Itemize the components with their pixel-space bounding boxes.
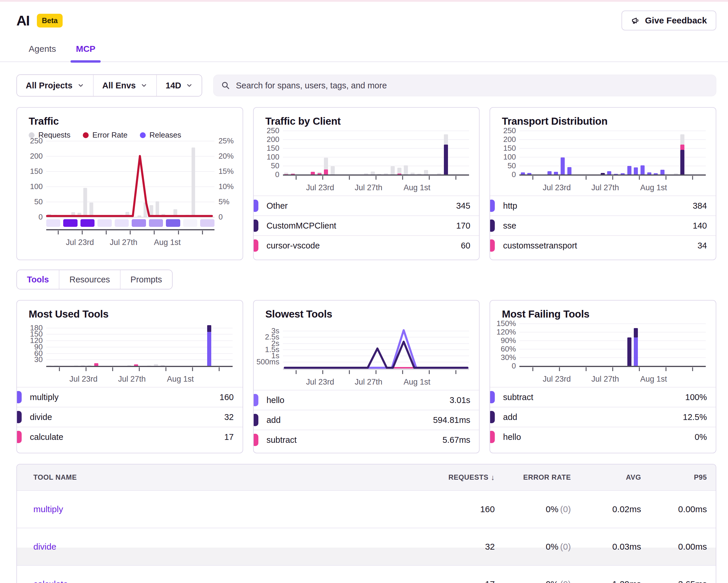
- table-row[interactable]: calculate170%(0)1.29ms3.65ms: [17, 565, 716, 583]
- legend-item[interactable]: subtract5.67ms: [254, 430, 479, 450]
- client-chart: 250200150100500 Jul 23rdJul 27thAug 1st: [254, 130, 479, 194]
- col-avg[interactable]: AVG: [626, 473, 641, 481]
- legend-item[interactable]: subtract100%: [490, 387, 716, 407]
- y-axis-tick-label: 500ms: [257, 357, 280, 366]
- release-segment[interactable]: [63, 219, 77, 227]
- y-axis-tick-label: 200: [30, 152, 43, 161]
- release-segment[interactable]: [132, 219, 146, 227]
- legend-list: Other345CustomMCPClient170cursor-vscode6…: [254, 196, 479, 255]
- tool-name-link[interactable]: multiply: [33, 504, 424, 514]
- legend-item[interactable]: http384: [490, 196, 716, 216]
- search-input[interactable]: [235, 80, 708, 91]
- legend-item[interactable]: hello0%: [490, 427, 716, 447]
- tool-name-link[interactable]: divide: [33, 542, 424, 552]
- plot-stack: Jul 23rdJul 27thAug 1st: [283, 323, 469, 388]
- release-segment[interactable]: [46, 219, 60, 227]
- bar-segment: [627, 166, 631, 174]
- tool-name-link[interactable]: calculate: [33, 579, 424, 583]
- release-segment[interactable]: [115, 219, 129, 227]
- chart-plot[interactable]: [46, 323, 233, 366]
- y-axis-left: 250200150100500: [254, 130, 283, 174]
- x-axis-label: Aug 1st: [404, 378, 431, 387]
- bar-segment: [641, 166, 645, 174]
- x-axis-labels: Jul 23rdJul 27thAug 1st: [283, 375, 469, 388]
- y-axis-left: 180150120906030: [17, 323, 46, 366]
- error-rate-value: 0%(0): [546, 504, 571, 514]
- y-axis-tick-label: 0: [512, 361, 516, 371]
- x-axis-tick: [59, 367, 60, 371]
- avg-value: 1.29ms: [613, 579, 641, 583]
- give-feedback-button[interactable]: Give Feedback: [622, 10, 716, 30]
- tab-tools[interactable]: Tools: [17, 270, 59, 289]
- avg-value: 0.02ms: [613, 504, 641, 514]
- legend-value: 384: [693, 201, 707, 211]
- bar-segment: [331, 166, 335, 174]
- x-axis: [46, 229, 214, 234]
- y-axis-tick-label: 150: [30, 167, 43, 176]
- y-axis-tick-label: 50: [271, 161, 280, 170]
- table-body: multiply1600%(0)0.02ms0.00msdivide320%(0…: [17, 490, 716, 583]
- legend-swatch: [253, 220, 258, 232]
- chart-plot[interactable]: [46, 141, 214, 218]
- line-series: [46, 141, 214, 217]
- table-row[interactable]: divide320%(0)0.03ms0.00ms: [17, 528, 716, 565]
- release-segment[interactable]: [200, 219, 214, 227]
- release-segment[interactable]: [98, 219, 111, 227]
- table-header: TOOL NAME REQUESTS ↓ ERROR RATE AVG P95: [17, 464, 716, 490]
- release-segment[interactable]: [149, 219, 163, 227]
- legend-item[interactable]: cursor-vscode60: [254, 235, 479, 255]
- legend-item[interactable]: Other345: [254, 196, 479, 216]
- release-segment[interactable]: [80, 219, 95, 227]
- release-segment[interactable]: [183, 219, 197, 227]
- col-p95[interactable]: P95: [694, 473, 707, 481]
- gridline: [519, 357, 706, 358]
- table-row[interactable]: multiply1600%(0)0.02ms0.00ms: [17, 490, 716, 528]
- tab-prompts[interactable]: Prompts: [120, 270, 172, 289]
- x-axis-tick: [402, 176, 403, 180]
- legend-item[interactable]: sse140: [490, 216, 716, 235]
- section-tabs: Tools Resources Prompts: [17, 270, 173, 289]
- chart-plot[interactable]: [283, 323, 469, 370]
- legend-item[interactable]: customssetransport34: [490, 235, 716, 255]
- gridline: [46, 334, 233, 334]
- slowest-tools-card: Slowest Tools 3s2.5s2s1.5s1s500ms Jul 23…: [253, 300, 480, 453]
- gridline: [46, 328, 233, 328]
- col-error-rate[interactable]: ERROR RATE: [523, 473, 571, 481]
- env-filter[interactable]: All Envs: [93, 75, 156, 96]
- x-axis-tick: [455, 176, 456, 180]
- x-axis-tick: [612, 367, 613, 371]
- legend-label: hello: [266, 396, 284, 405]
- chart-plot[interactable]: [519, 323, 706, 366]
- bar-segment: [634, 328, 638, 337]
- legend-swatch: [490, 220, 495, 232]
- project-filter[interactable]: All Projects: [17, 75, 93, 96]
- primary-tabs: Agents MCP: [0, 39, 728, 62]
- y-axis-tick-label: 200: [503, 135, 516, 144]
- tab-resources[interactable]: Resources: [59, 270, 120, 289]
- y-axis-tick-label: 25%: [218, 136, 234, 146]
- legend-item[interactable]: add12.5%: [490, 407, 716, 427]
- legend-item[interactable]: CustomMCPClient170: [254, 216, 479, 235]
- x-axis-tick: [429, 176, 430, 180]
- gridline: [46, 359, 233, 360]
- tab-agents[interactable]: Agents: [26, 39, 58, 61]
- traffic-chart: 250200150100500 Jul 23rdJul 27thAug 1st …: [17, 141, 242, 249]
- legend-item[interactable]: multiply160: [17, 387, 242, 407]
- legend-item[interactable]: divide32: [17, 407, 242, 427]
- col-requests[interactable]: REQUESTS ↓: [448, 473, 495, 482]
- date-range-filter[interactable]: 14D: [156, 75, 202, 96]
- legend-item[interactable]: add594.81ms: [254, 410, 479, 430]
- tab-mcp[interactable]: MCP: [74, 39, 98, 61]
- page: AI Beta Give Feedback Agents MCP All Pro…: [0, 10, 728, 583]
- legend-label: multiply: [30, 392, 58, 402]
- gridline: [519, 166, 706, 166]
- chart-plot[interactable]: [283, 130, 469, 174]
- bar-segment: [634, 168, 638, 174]
- chart-plot[interactable]: [519, 130, 706, 174]
- date-range-label: 14D: [165, 81, 181, 91]
- header: AI Beta Give Feedback: [17, 10, 716, 30]
- legend-item[interactable]: calculate17: [17, 427, 242, 447]
- legend-item[interactable]: hello3.01s: [254, 390, 479, 410]
- release-segment[interactable]: [166, 219, 180, 227]
- legend-value: 32: [224, 412, 234, 422]
